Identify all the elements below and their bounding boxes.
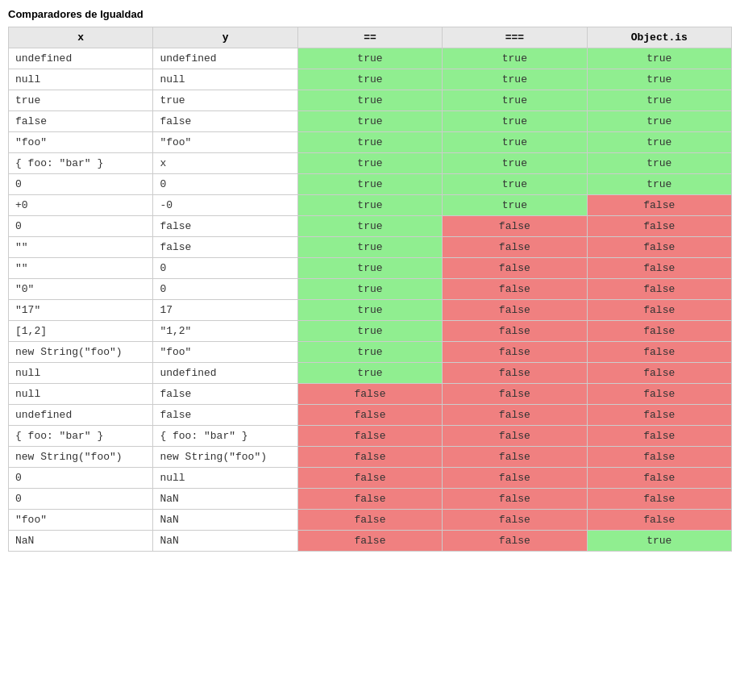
cell-y: "1,2" [153,321,297,342]
cell-x: null [9,69,153,90]
cell-objectis: true [587,153,731,174]
cell-y: undefined [153,48,297,69]
cell-y: { foo: "bar" } [153,426,297,447]
cell-objectis: false [587,300,731,321]
cell-loose: true [297,342,442,363]
cell-objectis: true [587,111,731,132]
cell-loose: false [297,405,442,426]
col-header-y: y [153,27,297,48]
cell-loose: true [297,216,442,237]
page-title: Comparadores de Igualdad [8,8,732,20]
cell-loose: true [297,279,442,300]
cell-y: false [153,111,297,132]
cell-strict: false [443,300,587,321]
cell-objectis: false [587,321,731,342]
cell-strict: true [443,132,587,153]
table-row: 0NaNfalsefalsefalse [9,489,732,510]
cell-loose: false [297,384,442,405]
cell-y: x [153,153,297,174]
cell-x: { foo: "bar" } [9,153,153,174]
table-row: falsefalsetruetruetrue [9,111,732,132]
cell-x: "17" [9,300,153,321]
table-row: "17"17truefalsefalse [9,300,732,321]
cell-objectis: false [587,384,731,405]
cell-strict: false [443,237,587,258]
table-row: 00truetruetrue [9,174,732,195]
cell-strict: false [443,279,587,300]
cell-y: undefined [153,363,297,384]
cell-objectis: false [587,468,731,489]
cell-loose: true [297,132,442,153]
cell-objectis: false [587,363,731,384]
cell-x: 0 [9,216,153,237]
cell-objectis: false [587,510,731,531]
cell-x: true [9,90,153,111]
table-row: undefinedundefinedtruetruetrue [9,48,732,69]
cell-x: "" [9,258,153,279]
col-header-loose: == [297,27,442,48]
table-row: ""0truefalsefalse [9,258,732,279]
cell-x: 0 [9,489,153,510]
cell-loose: true [297,90,442,111]
table-row: undefinedfalsefalsefalsefalse [9,405,732,426]
cell-objectis: false [587,405,731,426]
cell-strict: true [443,111,587,132]
cell-y: 0 [153,279,297,300]
cell-y: false [153,405,297,426]
cell-x: 0 [9,468,153,489]
cell-objectis: false [587,342,731,363]
cell-x: "foo" [9,510,153,531]
cell-objectis: false [587,279,731,300]
cell-strict: true [443,90,587,111]
cell-y: null [153,69,297,90]
cell-x: null [9,384,153,405]
cell-y: NaN [153,510,297,531]
cell-strict: false [443,489,587,510]
cell-loose: false [297,426,442,447]
cell-x: new String("foo") [9,447,153,468]
cell-loose: true [297,258,442,279]
table-row: [1,2]"1,2"truefalsefalse [9,321,732,342]
cell-y: new String("foo") [153,447,297,468]
cell-strict: true [443,195,587,216]
cell-x: "0" [9,279,153,300]
comparison-table: x y == === Object.is undefinedundefinedt… [8,27,732,552]
table-row: truetruetruetruetrue [9,90,732,111]
cell-objectis: false [587,237,731,258]
cell-loose: true [297,237,442,258]
cell-x: undefined [9,405,153,426]
table-row: "foo"NaNfalsefalsefalse [9,510,732,531]
table-row: 0nullfalsefalsefalse [9,468,732,489]
cell-strict: false [443,342,587,363]
cell-strict: true [443,69,587,90]
cell-loose: true [297,300,442,321]
cell-x: new String("foo") [9,342,153,363]
cell-loose: false [297,531,442,552]
cell-y: true [153,90,297,111]
cell-x: "" [9,237,153,258]
cell-strict: false [443,363,587,384]
cell-x: [1,2] [9,321,153,342]
cell-objectis: true [587,531,731,552]
cell-objectis: false [587,195,731,216]
table-row: nullundefinedtruefalsefalse [9,363,732,384]
cell-objectis: false [587,426,731,447]
table-row: nullfalsefalsefalsefalse [9,384,732,405]
table-row: new String("foo")"foo"truefalsefalse [9,342,732,363]
cell-x: 0 [9,174,153,195]
cell-y: 0 [153,258,297,279]
cell-loose: true [297,363,442,384]
cell-strict: false [443,384,587,405]
table-row: { foo: "bar" }xtruetruetrue [9,153,732,174]
cell-loose: true [297,195,442,216]
cell-objectis: false [587,258,731,279]
cell-y: false [153,384,297,405]
table-row: nullnulltruetruetrue [9,69,732,90]
cell-y: NaN [153,531,297,552]
cell-loose: false [297,468,442,489]
cell-loose: true [297,111,442,132]
cell-objectis: true [587,69,731,90]
cell-strict: true [443,153,587,174]
cell-objectis: true [587,132,731,153]
cell-objectis: false [587,216,731,237]
